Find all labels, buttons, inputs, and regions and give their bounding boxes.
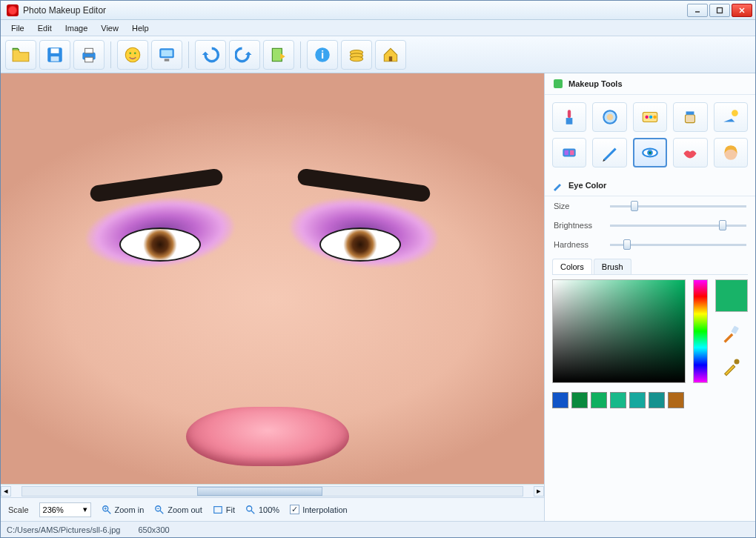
- svg-point-40: [649, 116, 652, 119]
- svg-rect-15: [165, 59, 170, 61]
- scroll-right-icon[interactable]: ▸: [534, 486, 544, 497]
- brush-icon: [552, 179, 564, 191]
- menu-file[interactable]: File: [5, 22, 30, 34]
- menu-help[interactable]: Help: [126, 22, 155, 34]
- svg-rect-46: [565, 150, 568, 156]
- save-button[interactable]: [39, 40, 70, 70]
- tool-lips-smile[interactable]: [673, 138, 707, 167]
- color-swatch[interactable]: [649, 392, 665, 408]
- svg-point-10: [125, 47, 140, 62]
- undo-button[interactable]: [195, 40, 226, 70]
- maximize-button[interactable]: [709, 4, 730, 17]
- svg-point-31: [247, 505, 252, 511]
- tool-hair-color[interactable]: [714, 138, 748, 167]
- tab-brush[interactable]: Brush: [594, 259, 631, 274]
- coins-button[interactable]: [341, 40, 372, 70]
- svg-text:i: i: [321, 48, 324, 61]
- makeup-tool-grid: [545, 95, 755, 175]
- tool-tan[interactable]: [714, 102, 748, 132]
- close-button[interactable]: [732, 4, 752, 17]
- tool-foundation[interactable]: [633, 102, 667, 132]
- fit-button[interactable]: Fit: [213, 505, 235, 515]
- menu-image[interactable]: Image: [59, 22, 94, 34]
- folder-open-icon: [11, 45, 30, 64]
- svg-point-39: [645, 116, 648, 119]
- redo-icon: [235, 45, 254, 64]
- eyedropper-icon[interactable]: [721, 356, 742, 377]
- scroll-left-icon[interactable]: ◂: [1, 486, 11, 497]
- coins-icon: [347, 45, 366, 64]
- statusbar: C:/Users/AMS/Pictures/sll-6.jpg 650x300: [1, 521, 755, 537]
- color-swatch[interactable]: [668, 392, 684, 408]
- scale-select[interactable]: 236% ▾: [39, 502, 91, 517]
- svg-rect-43: [686, 111, 694, 114]
- face-detect-button[interactable]: [117, 40, 148, 70]
- menu-view[interactable]: View: [95, 22, 125, 34]
- svg-point-37: [606, 114, 613, 121]
- zoom-in-button[interactable]: Zoom in: [102, 505, 145, 515]
- scroll-thumb[interactable]: [197, 487, 322, 496]
- screen-button[interactable]: [151, 40, 182, 70]
- size-slider[interactable]: [610, 200, 746, 212]
- export-button[interactable]: [263, 40, 294, 70]
- svg-line-28: [160, 510, 163, 513]
- jar-icon: [680, 107, 700, 127]
- hue-slider[interactable]: [693, 279, 708, 383]
- lips-icon: [680, 143, 700, 162]
- tab-colors[interactable]: Colors: [552, 259, 592, 274]
- tool-lipstick[interactable]: [552, 102, 586, 132]
- paint-brush-icon[interactable]: [721, 324, 742, 345]
- svg-point-50: [649, 151, 651, 153]
- color-swatch[interactable]: [552, 392, 568, 408]
- print-button[interactable]: [73, 40, 105, 70]
- color-swatches: [545, 388, 755, 416]
- svg-point-11: [129, 52, 131, 54]
- zoom-out-button[interactable]: Zoom out: [154, 505, 202, 515]
- minimize-button[interactable]: [687, 4, 708, 17]
- brightness-label: Brightness: [554, 221, 603, 230]
- color-swatch[interactable]: [591, 392, 607, 408]
- tools-icon: [552, 78, 564, 90]
- tool-eyeshadow[interactable]: [552, 138, 586, 167]
- info-button[interactable]: i: [307, 40, 338, 70]
- svg-line-32: [251, 510, 254, 513]
- eyeshadow-icon: [560, 143, 579, 162]
- zoom-100-button[interactable]: 100%: [245, 505, 279, 515]
- svg-rect-8: [85, 48, 93, 53]
- hair-icon: [721, 143, 740, 162]
- brightness-slider[interactable]: [610, 219, 746, 231]
- open-button[interactable]: [5, 40, 36, 70]
- redo-button[interactable]: [229, 40, 260, 70]
- svg-rect-5: [51, 48, 59, 53]
- color-swatch[interactable]: [629, 392, 646, 408]
- home-icon: [381, 45, 400, 64]
- scale-label: Scale: [8, 505, 29, 514]
- compact-icon: [600, 107, 620, 127]
- check-icon: ✓: [290, 505, 299, 514]
- zoom-out-icon: [154, 505, 165, 515]
- svg-rect-33: [554, 79, 563, 88]
- color-swatch[interactable]: [610, 392, 626, 408]
- horizontal-scrollbar[interactable]: ◂ ▸: [1, 484, 544, 497]
- color-tabs: Colors Brush: [552, 259, 748, 275]
- color-swatch[interactable]: [571, 392, 588, 408]
- svg-point-53: [735, 359, 740, 365]
- hardness-slider[interactable]: [610, 239, 746, 250]
- color-picker: [552, 279, 748, 383]
- palette-icon: [640, 107, 660, 127]
- tool-powder[interactable]: [592, 102, 626, 132]
- home-button[interactable]: [375, 40, 406, 70]
- tool-cream[interactable]: [673, 102, 707, 132]
- tool-eyeliner[interactable]: [592, 138, 626, 167]
- svg-rect-14: [161, 50, 172, 56]
- menu-edit[interactable]: Edit: [32, 22, 58, 34]
- tool-eye-color[interactable]: [633, 138, 667, 167]
- window-title: Photo Makeup Editor: [23, 5, 687, 16]
- saturation-value-picker[interactable]: [552, 279, 686, 383]
- size-label: Size: [554, 202, 603, 210]
- image-canvas[interactable]: [1, 73, 544, 484]
- svg-rect-52: [731, 325, 739, 334]
- interpolation-checkbox[interactable]: ✓ Interpolation: [290, 505, 348, 514]
- svg-rect-47: [570, 150, 574, 156]
- svg-rect-35: [566, 118, 573, 124]
